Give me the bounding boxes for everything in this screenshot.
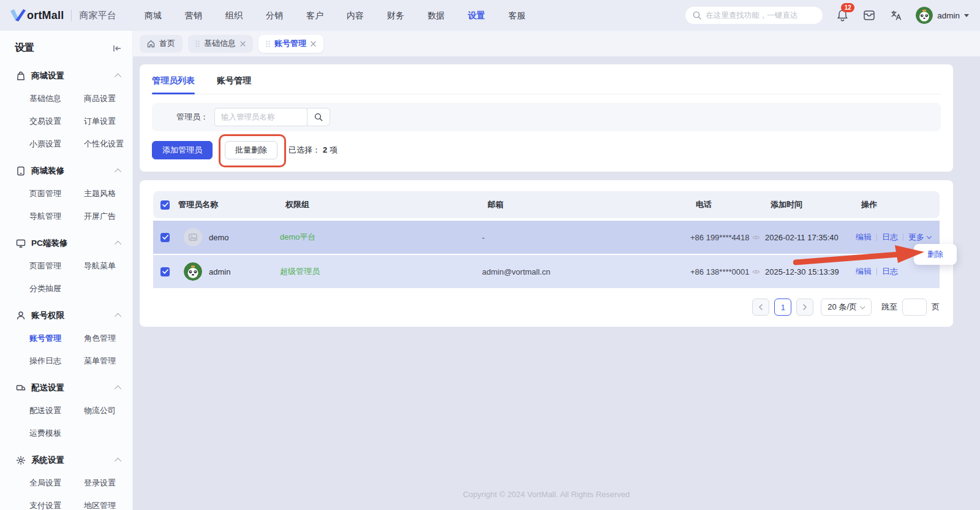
batch-delete-button[interactable]: 批量删除 bbox=[225, 141, 277, 159]
workbench-button[interactable] bbox=[862, 8, 876, 23]
chevron-left-icon bbox=[758, 304, 763, 310]
select-all-checkbox[interactable] bbox=[160, 200, 170, 210]
home-icon bbox=[147, 40, 155, 48]
sidebar-item-logistics-company[interactable]: 物流公司 bbox=[84, 400, 132, 422]
sidebar-item-trade-settings[interactable]: 交易设置 bbox=[29, 110, 84, 133]
table-row-demo[interactable]: demo demo平台 - +86 199****4418 2026-02-11… bbox=[153, 221, 940, 254]
page-number-1[interactable]: 1 bbox=[774, 299, 791, 316]
more-dropdown-menu: 删除 bbox=[914, 244, 957, 265]
sidebar-group-mall-decoration: 商城装修 页面管理 主题风格 导航管理 开屏广告 bbox=[0, 159, 132, 229]
group-title-delivery[interactable]: 配送设置 bbox=[0, 376, 132, 400]
added-time: 2025-12-30 15:13:39 bbox=[765, 267, 856, 276]
nav-item-settings[interactable]: 设置 bbox=[456, 0, 497, 31]
delete-menu-item[interactable]: 删除 bbox=[927, 249, 943, 260]
translate-button[interactable] bbox=[889, 8, 903, 23]
nav-item-distribution[interactable]: 分销 bbox=[254, 0, 295, 31]
sidebar-item-category-drawer[interactable]: 分类抽屉 bbox=[29, 278, 84, 300]
sidebar-item-menu-manage[interactable]: 菜单管理 bbox=[84, 350, 132, 373]
notification-button[interactable]: 12 bbox=[835, 8, 850, 23]
group-title-account-permission[interactable]: 账号权限 bbox=[0, 304, 132, 327]
sidebar-item-pc-page-manage[interactable]: 页面管理 bbox=[29, 255, 84, 278]
edit-link[interactable]: 编辑 bbox=[856, 232, 872, 243]
group-title-system[interactable]: 系统设置 bbox=[0, 449, 132, 472]
sidebar-item-freight-template[interactable]: 运费模板 bbox=[29, 422, 84, 445]
checkbox-checked-icon bbox=[162, 202, 168, 207]
settings-sidebar: 设置 商城设置 基础信息 商品设置 交易设置 订单设置 小票设置 个性化设置 bbox=[0, 31, 133, 510]
topbar-right: 12 bbox=[685, 7, 969, 24]
eye-icon[interactable] bbox=[752, 235, 760, 240]
sidebar-item-receipt-settings[interactable]: 小票设置 bbox=[29, 133, 84, 156]
sidebar-item-region-manage[interactable]: 地区管理 bbox=[84, 495, 132, 510]
drag-handle-icon bbox=[266, 40, 270, 47]
admin-name-input[interactable] bbox=[214, 108, 307, 126]
admin-table-card: 管理员名称 权限组 邮箱 电话 添加时间 操作 bbox=[140, 180, 953, 327]
tab-account-manage[interactable]: 账号管理 bbox=[258, 35, 323, 53]
sidebar-item-login-settings[interactable]: 登录设置 bbox=[84, 472, 132, 495]
user-menu[interactable]: admin bbox=[916, 7, 969, 24]
tab-admin-list[interactable]: 管理员列表 bbox=[152, 75, 195, 94]
sidebar-item-basic-info[interactable]: 基础信息 bbox=[29, 88, 84, 110]
page-size-select[interactable]: 20 条/页 bbox=[821, 299, 872, 316]
nav-item-mall[interactable]: 商城 bbox=[133, 0, 173, 31]
admin-filter-label: 管理员： bbox=[176, 112, 208, 123]
global-search-input[interactable] bbox=[706, 11, 815, 20]
table-header-row: 管理员名称 权限组 邮箱 电话 添加时间 操作 bbox=[153, 191, 940, 218]
add-admin-button[interactable]: 添加管理员 bbox=[152, 141, 213, 159]
prev-page-button[interactable] bbox=[752, 299, 769, 316]
group-title-pc-decoration[interactable]: PC端装修 bbox=[0, 232, 132, 255]
translate-icon bbox=[890, 9, 902, 21]
close-icon[interactable] bbox=[311, 41, 316, 47]
group-title-mall-settings[interactable]: 商城设置 bbox=[0, 64, 132, 88]
nav-item-data[interactable]: 数据 bbox=[416, 0, 456, 31]
sidebar-item-global-settings[interactable]: 全局设置 bbox=[29, 472, 84, 495]
edit-link[interactable]: 编辑 bbox=[856, 266, 872, 277]
sidebar-item-delivery-settings[interactable]: 配送设置 bbox=[29, 400, 84, 422]
more-link[interactable]: 更多 bbox=[908, 232, 931, 243]
sidebar-item-personalization[interactable]: 个性化设置 bbox=[84, 133, 132, 156]
nav-item-customer[interactable]: 客户 bbox=[295, 0, 335, 31]
permission-group: 超级管理员 bbox=[280, 266, 482, 277]
eye-icon[interactable] bbox=[752, 269, 760, 275]
next-page-button[interactable] bbox=[796, 299, 813, 316]
nav-item-finance[interactable]: 财务 bbox=[375, 0, 416, 31]
selected-count: 2 bbox=[323, 145, 327, 154]
workbench-icon bbox=[863, 10, 875, 21]
group-title-mall-decoration[interactable]: 商城装修 bbox=[0, 159, 132, 183]
tab-home[interactable]: 首页 bbox=[140, 35, 183, 53]
sidebar-item-page-manage[interactable]: 页面管理 bbox=[29, 183, 84, 205]
sidebar-item-account-manage[interactable]: 账号管理 bbox=[29, 327, 84, 350]
sidebar-item-product-settings[interactable]: 商品设置 bbox=[84, 88, 132, 110]
log-link[interactable]: 日志 bbox=[882, 232, 898, 243]
sidebar-item-pc-nav-menu[interactable]: 导航菜单 bbox=[84, 255, 132, 278]
truck-icon bbox=[16, 383, 26, 393]
checkbox-checked-icon bbox=[162, 269, 168, 274]
sidebar-item-order-settings[interactable]: 订单设置 bbox=[84, 110, 132, 133]
nav-item-service[interactable]: 客服 bbox=[497, 0, 537, 31]
admin-list-panel: 管理员列表 账号管理 管理员： 添加管理员 批量删除 bbox=[140, 64, 953, 172]
sidebar-item-role-manage[interactable]: 角色管理 bbox=[84, 327, 132, 350]
close-icon[interactable] bbox=[240, 41, 246, 47]
chevron-right-icon bbox=[802, 304, 807, 310]
row-checkbox[interactable] bbox=[160, 233, 170, 242]
sidebar-item-theme-style[interactable]: 主题风格 bbox=[84, 183, 132, 205]
nav-item-content[interactable]: 内容 bbox=[335, 0, 375, 31]
email-value: admin@vortmall.cn bbox=[482, 267, 690, 276]
nav-item-marketing[interactable]: 营销 bbox=[173, 0, 214, 31]
sidebar-item-operation-log[interactable]: 操作日志 bbox=[29, 350, 84, 373]
sidebar-item-payment-settings[interactable]: 支付设置 bbox=[29, 495, 84, 510]
tab-basic-info[interactable]: 基础信息 bbox=[188, 35, 253, 53]
drag-handle-icon bbox=[195, 40, 200, 47]
sidebar-item-nav-manage[interactable]: 导航管理 bbox=[29, 205, 84, 228]
row-checkbox[interactable] bbox=[160, 267, 170, 276]
global-search[interactable] bbox=[685, 7, 823, 24]
search-button[interactable] bbox=[307, 108, 330, 126]
tab-account-manage-inner[interactable]: 账号管理 bbox=[217, 75, 251, 94]
table-row-admin[interactable]: admin 超级管理员 admin@vortmall.cn +86 138***… bbox=[153, 255, 940, 288]
collapse-sidebar-button[interactable] bbox=[113, 45, 121, 52]
jump-page-input[interactable] bbox=[902, 299, 927, 316]
magnifier-icon bbox=[314, 113, 323, 121]
chevron-up-icon bbox=[115, 241, 121, 248]
log-link[interactable]: 日志 bbox=[882, 266, 898, 277]
nav-item-organization[interactable]: 组织 bbox=[214, 0, 254, 31]
sidebar-item-splash-ads[interactable]: 开屏广告 bbox=[84, 205, 132, 228]
